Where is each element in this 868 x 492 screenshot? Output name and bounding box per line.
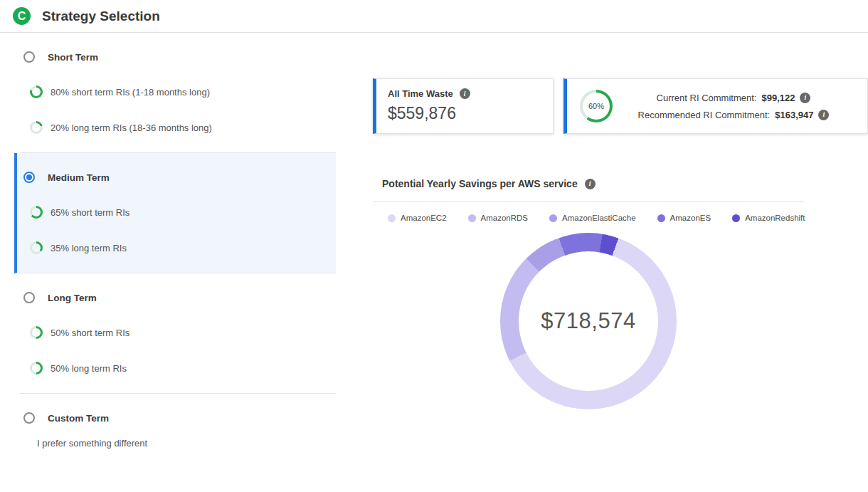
current-commitment-value: $99,122	[761, 93, 795, 103]
progress-ring-icon	[30, 241, 43, 254]
option-label: 20% long term RIs (18-36 months long)	[51, 122, 212, 133]
strategy-list: Short Term 80% short term RIs (1-18 mont…	[20, 33, 336, 470]
custom-term-description: I prefer something different	[37, 438, 336, 449]
app-logo-icon: C	[13, 7, 31, 25]
strategy-label: Short Term	[48, 52, 98, 63]
strategy-option: 35% long term RIs	[30, 241, 336, 254]
chart-legend: AmazonEC2AmazonRDSAmazonElastiCacheAmazo…	[388, 214, 805, 222]
legend-item[interactable]: AmazonES	[657, 214, 711, 222]
strategy-label: Custom Term	[48, 413, 109, 424]
header: C Strategy Selection	[0, 0, 868, 33]
ring-hole	[32, 244, 41, 252]
current-commitment-label: Current RI Commitment:	[657, 93, 757, 103]
current-commitment-line: Current RI Commitment: $99,122	[657, 93, 811, 103]
recommended-commitment-line: Recommended RI Commitment: $163,947	[638, 110, 830, 120]
page-title: Strategy Selection	[42, 9, 160, 24]
legend-item[interactable]: AmazonRedshift	[732, 214, 805, 222]
strategy-option: 65% short term RIs	[30, 206, 336, 219]
strategy-section-short-term[interactable]: Short Term 80% short term RIs (1-18 mont…	[20, 33, 336, 153]
divider	[373, 201, 804, 202]
ring-hole	[32, 364, 41, 372]
chart-title: Potential Yearly Savings per AWS service	[382, 178, 578, 189]
info-icon[interactable]	[818, 110, 829, 120]
radio-medium-term[interactable]	[23, 172, 35, 183]
legend-label: AmazonRDS	[481, 214, 528, 222]
commitment-lines: Current RI Commitment: $99,122 Recommend…	[613, 93, 854, 120]
strategy-section-long-term[interactable]: Long Term 50% short term RIs 50% long te…	[20, 273, 336, 394]
strategy-header-custom-term[interactable]: Custom Term	[23, 412, 336, 424]
legend-dot-icon	[388, 214, 396, 222]
strategy-header-medium-term[interactable]: Medium Term	[23, 172, 336, 183]
legend-dot-icon	[657, 214, 665, 222]
option-label: 50% short term RIs	[51, 328, 129, 338]
strategy-header-long-term[interactable]: Long Term	[23, 292, 336, 303]
strategy-option: 20% long term RIs (18-36 months long)	[30, 121, 336, 134]
strategy-section-custom-term[interactable]: Custom Term I prefer something different	[20, 394, 336, 470]
gauge-hole: 60%	[583, 93, 610, 120]
strategy-option: 80% short term RIs (1-18 months long)	[30, 85, 336, 98]
legend-dot-icon	[549, 214, 557, 222]
legend-dot-icon	[732, 214, 740, 222]
strategy-option: 50% long term RIs	[30, 362, 336, 375]
info-icon[interactable]	[460, 88, 470, 99]
strategy-option: 50% short term RIs	[30, 326, 336, 339]
legend-label: AmazonElastiCache	[562, 214, 636, 222]
strategy-section-medium-term[interactable]: Medium Term 65% short term RIs 35% long …	[14, 153, 336, 273]
strategy-label: Medium Term	[48, 172, 110, 183]
radio-custom-term[interactable]	[23, 412, 35, 424]
ring-hole	[32, 328, 41, 337]
commitment-gauge-icon: 60%	[580, 90, 613, 122]
legend-item[interactable]: AmazonRDS	[468, 214, 528, 222]
recommended-commitment-label: Recommended RI Commitment:	[638, 110, 771, 120]
ri-commitment-card: 60% Current RI Commitment: $99,122 Recom…	[563, 78, 868, 134]
legend-label: AmazonEC2	[401, 214, 447, 222]
card-title-row: All Time Waste	[388, 88, 541, 99]
progress-ring-icon	[30, 362, 43, 375]
option-label: 80% short term RIs (1-18 months long)	[51, 87, 210, 98]
strategy-label: Long Term	[48, 293, 97, 303]
progress-ring-icon	[30, 326, 43, 339]
option-label: 65% short term RIs	[51, 207, 129, 218]
legend-label: AmazonES	[670, 214, 711, 222]
info-icon[interactable]	[800, 93, 810, 103]
all-time-waste-value: $559,876	[388, 104, 541, 123]
donut-center-value: $718,574	[541, 308, 635, 334]
option-label: 50% long term RIs	[51, 363, 127, 374]
logo-letter: C	[18, 10, 26, 23]
ring-hole	[32, 208, 41, 216]
legend-dot-icon	[468, 214, 476, 222]
all-time-waste-card: All Time Waste $559,876	[373, 78, 554, 134]
chart-title-row: Potential Yearly Savings per AWS service	[382, 178, 596, 189]
legend-item[interactable]: AmazonElastiCache	[549, 214, 636, 222]
strategy-header-short-term[interactable]: Short Term	[23, 51, 336, 63]
savings-donut[interactable]: $718,574	[500, 233, 677, 409]
legend-item[interactable]: AmazonEC2	[388, 214, 447, 222]
ring-hole	[32, 123, 41, 132]
donut-hole: $718,574	[519, 251, 658, 391]
progress-ring-icon	[30, 121, 43, 134]
progress-ring-icon	[30, 85, 43, 98]
radio-long-term[interactable]	[23, 292, 35, 303]
card-title: All Time Waste	[388, 88, 453, 99]
gauge-percent: 60%	[588, 102, 604, 110]
info-icon[interactable]	[585, 179, 596, 189]
progress-ring-icon	[30, 206, 43, 219]
recommended-commitment-value: $163,947	[775, 110, 813, 120]
legend-label: AmazonRedshift	[745, 214, 805, 222]
option-label: 35% long term RIs	[51, 243, 127, 253]
ring-hole	[32, 88, 41, 96]
radio-short-term[interactable]	[23, 51, 35, 63]
